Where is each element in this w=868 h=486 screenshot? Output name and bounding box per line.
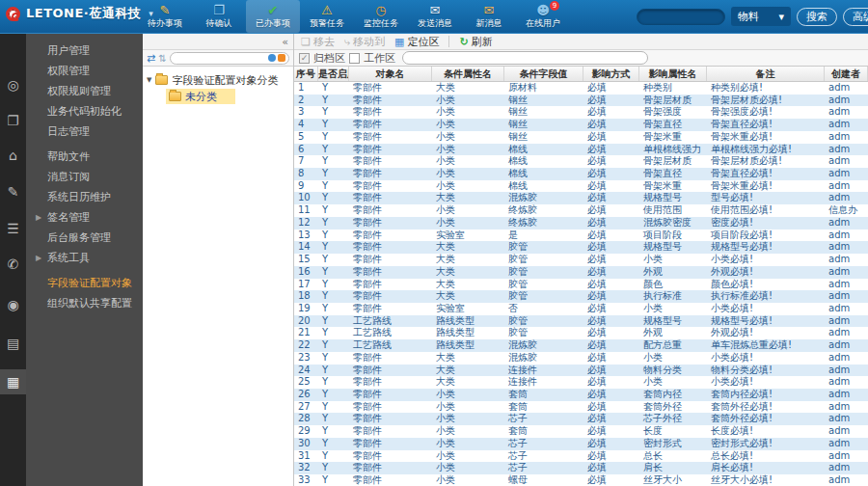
column-header[interactable]: 对象名 bbox=[349, 67, 432, 81]
table-row[interactable]: 9Y零部件小类棉线必填骨架米重骨架米重必填!adm bbox=[294, 180, 868, 193]
nav-item-send-mail[interactable]: ✉发送消息 bbox=[408, 0, 462, 33]
remove-button[interactable]: ❏ 移去 bbox=[298, 35, 338, 49]
table-row[interactable]: 3Y零部件小类钢丝必填骨架强度骨架强度必填!adm bbox=[294, 106, 868, 119]
sidebar-item[interactable]: ▶系统工具 bbox=[26, 248, 143, 268]
column-header[interactable]: 创建者 bbox=[825, 67, 868, 81]
table-row[interactable]: 18Y零部件大类胶管必填执行标准执行标准必填!adm bbox=[294, 290, 868, 303]
sidebar-item-label: 帮助文件 bbox=[47, 150, 90, 163]
table-row[interactable]: 21Y工艺路线路线类型胶管必填外观外观必填!adm bbox=[294, 327, 868, 339]
tree-search-prev-icon[interactable] bbox=[268, 54, 276, 62]
table-row[interactable]: 8Y零部件小类棉线必填骨架直径骨架直径必填!adm bbox=[294, 168, 868, 180]
table-row[interactable]: 16Y零部件大类胶管必填外观外观必填!adm bbox=[294, 266, 868, 279]
table-row[interactable]: 32Y零部件小类芯子必填肩长肩长必填!adm bbox=[294, 462, 868, 474]
table-row[interactable]: 1Y零部件大类原材料必填种类别种类别必填!adm bbox=[294, 82, 868, 94]
move-to-button[interactable]: ⤷ 移动到 bbox=[341, 35, 388, 49]
nav-item-pencil-doc[interactable]: ✎待办事项 bbox=[138, 0, 192, 33]
archive-checkbox[interactable]: ✓ bbox=[299, 53, 310, 64]
column-header[interactable]: 影响属性名 bbox=[639, 67, 707, 81]
table-row[interactable]: 4Y零部件小类钢丝必填骨架直径骨架直径必填!adm bbox=[294, 119, 868, 131]
table-row[interactable]: 10Y零部件大类混炼胶必填规格型号型号必填!adm bbox=[294, 192, 868, 204]
sidebar-item[interactable]: 系统日历维护 bbox=[26, 187, 143, 207]
tree-search-input[interactable] bbox=[170, 52, 289, 65]
table-row[interactable]: 29Y零部件小类套筒必填长度长度必填!adm bbox=[294, 425, 868, 438]
table-row[interactable]: 19Y零部件实验室否必填小类小类必填!adm bbox=[294, 303, 868, 315]
table-row[interactable]: 26Y零部件小类套筒必填套筒内径套筒内径必填!adm bbox=[294, 389, 868, 401]
table-row[interactable]: 14Y零部件大类胶管必填规格型号规格型号必填!adm bbox=[294, 241, 868, 254]
search-category-dropdown[interactable]: 物料 ▾ bbox=[731, 7, 791, 26]
table-row[interactable]: 2Y零部件小类钢丝必填骨架层材质骨架层材质必填!adm bbox=[294, 94, 868, 107]
column-header[interactable]: 序号 bbox=[294, 67, 318, 81]
table-row[interactable]: 6Y零部件小类棉线必填单根棉线强力单根棉线强力必填!adm bbox=[294, 144, 868, 156]
sidebar-item[interactable]: 日志管理 bbox=[26, 122, 143, 142]
tree-caret-icon[interactable]: ▼ bbox=[147, 76, 151, 84]
task-config-icon[interactable]: ❐ bbox=[0, 108, 26, 133]
table-row[interactable]: 5Y零部件小类钢丝必填骨架米重骨架米重必填!adm bbox=[294, 131, 868, 144]
sidebar-item[interactable]: 后台服务管理 bbox=[26, 228, 143, 248]
global-search-input[interactable] bbox=[637, 9, 725, 25]
table-row[interactable]: 7Y零部件小类棉线必填骨架层材质骨架层材质必填!adm bbox=[294, 155, 868, 168]
nav-item-users[interactable]: ☻在线用户9 bbox=[516, 0, 570, 33]
table-cell: 骨架直径 bbox=[639, 119, 707, 131]
support-phone-icon[interactable]: ✆ bbox=[0, 252, 26, 277]
table-cell: 外观必填! bbox=[707, 327, 825, 339]
nav-item-clipboard[interactable]: ❐待确认 bbox=[192, 0, 246, 33]
library-book-icon[interactable]: ▤ bbox=[0, 331, 26, 356]
sidebar-item[interactable]: 权限规则管理 bbox=[26, 81, 143, 101]
table-row[interactable]: 30Y零部件小类芯子必填密封形式密封形式必填!adm bbox=[294, 438, 868, 450]
table-cell: adm bbox=[825, 413, 868, 425]
app-logo[interactable]: LETONE·莅通科技 ▾ bbox=[6, 5, 153, 22]
tree-refresh-icon[interactable]: ⇄ bbox=[147, 53, 155, 64]
sidebar-item[interactable]: 业务代码初始化 bbox=[26, 101, 143, 122]
table-row[interactable]: 12Y零部件小类终炼胶必填混炼胶密度密度必填!adm bbox=[294, 217, 868, 230]
table-row[interactable]: 15Y零部件大类胶管必填小类小类必填!adm bbox=[294, 254, 868, 266]
broadcast-icon[interactable]: ◉ bbox=[0, 292, 26, 317]
tree-search-next-icon[interactable] bbox=[278, 54, 285, 62]
grid-filter-input[interactable] bbox=[402, 51, 648, 65]
nav-item-new-mail[interactable]: ✉新消息 bbox=[462, 0, 516, 33]
table-row[interactable]: 17Y零部件大类胶管必填颜色颜色必填!adm bbox=[294, 279, 868, 291]
table-cell: 必填 bbox=[583, 474, 639, 486]
compose-icon[interactable]: ✎ bbox=[0, 179, 26, 204]
table-cell: 钢丝 bbox=[504, 94, 583, 107]
table-row[interactable]: 11Y零部件小类终炼胶必填使用范围使用范围必填!信息办 bbox=[294, 204, 868, 217]
search-button[interactable]: 搜索 bbox=[797, 8, 837, 26]
idcard-icon[interactable]: ▦ bbox=[0, 369, 26, 394]
sidebar-item[interactable]: ▶签名管理 bbox=[26, 207, 143, 228]
advanced-search-button[interactable]: 高级 bbox=[843, 8, 868, 26]
workspace-checkbox[interactable] bbox=[349, 53, 360, 64]
nav-item-clock-doc[interactable]: ◷监控任务 bbox=[354, 0, 408, 33]
column-header[interactable]: 是否启用 bbox=[318, 67, 349, 81]
table-row[interactable]: 25Y零部件大类连接件必填小类小类必填!adm bbox=[294, 376, 868, 389]
database-icon[interactable]: ☰ bbox=[0, 216, 26, 241]
locate-zone-button[interactable]: ▦ 定位区 bbox=[392, 35, 442, 49]
table-row[interactable]: 23Y零部件大类混炼胶必填小类小类必填!adm bbox=[294, 352, 868, 364]
sidebar-item[interactable]: 字段验证配置对象 bbox=[26, 273, 143, 293]
column-header[interactable]: 影响方式 bbox=[583, 67, 639, 81]
sidebar-item[interactable]: 帮助文件 bbox=[26, 147, 143, 167]
column-header[interactable]: 条件属性名 bbox=[432, 67, 504, 81]
home-icon[interactable]: ⌂ bbox=[0, 143, 26, 168]
table-row[interactable]: 24Y零部件大类连接件必填物料分类物料分类必填!adm bbox=[294, 364, 868, 377]
column-header[interactable]: 条件字段值 bbox=[504, 67, 583, 81]
sidebar-item[interactable]: 用户管理 bbox=[26, 40, 143, 61]
table-row[interactable]: 33Y零部件小类螺母必填丝牙大小丝牙大小必填!adm bbox=[294, 474, 868, 486]
tree-expand-all-icon[interactable]: ⇅ bbox=[158, 53, 166, 64]
table-row[interactable]: 31Y零部件小类芯子必填总长总长必填!adm bbox=[294, 450, 868, 463]
nav-item-check[interactable]: ✔已办事项 bbox=[246, 0, 300, 33]
sidebar-item[interactable]: 权限管理 bbox=[26, 61, 143, 81]
monitor-search-icon[interactable]: ◎ bbox=[0, 72, 26, 97]
nav-item-warning-doc[interactable]: ⚠预警任务 bbox=[300, 0, 354, 33]
column-header[interactable]: 备注 bbox=[707, 67, 825, 81]
tree-node-unclassified[interactable]: 未分类 bbox=[166, 89, 235, 104]
table-row[interactable]: 22Y工艺路线路线类型混炼胶必填配方总重单车混炼总重必填!adm bbox=[294, 339, 868, 352]
collapse-panel-icon[interactable]: « bbox=[282, 37, 288, 47]
table-row[interactable]: 13Y零部件实验室是必填项目阶段项目阶段必填!adm bbox=[294, 230, 868, 242]
table-row[interactable]: 27Y零部件小类套筒必填套筒外径套筒外径必填!adm bbox=[294, 401, 868, 414]
sidebar-item[interactable]: 组织默认共享配置 bbox=[26, 293, 143, 313]
table-cell: 型号必填! bbox=[707, 192, 825, 204]
table-row[interactable]: 20Y工艺路线路线类型胶管必填规格型号规格型号必填!adm bbox=[294, 315, 868, 328]
tree-node-root[interactable]: ▼ 字段验证配置对象分类 bbox=[147, 72, 293, 88]
table-row[interactable]: 28Y零部件小类芯子必填芯子外径套筒外径必填!adm bbox=[294, 413, 868, 425]
sidebar-item[interactable]: 消息订阅 bbox=[26, 167, 143, 187]
refresh-button[interactable]: ↻ 刷新 bbox=[456, 35, 495, 49]
